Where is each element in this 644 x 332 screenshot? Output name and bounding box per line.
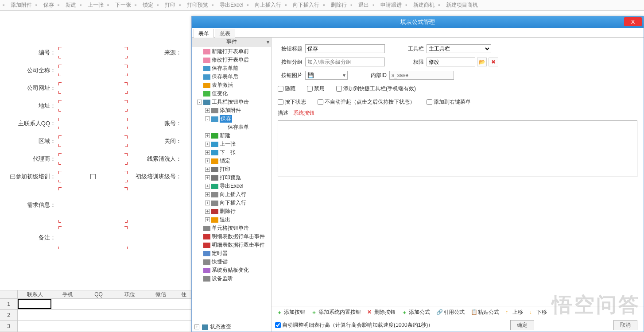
tree-node[interactable]: +新建 — [192, 131, 271, 140]
bar-引用公式[interactable]: 🔗引用公式 — [435, 307, 466, 317]
btn-group-input[interactable] — [305, 58, 385, 66]
tree-node[interactable]: +打印 — [192, 165, 271, 174]
tree-expand-icon[interactable]: - — [197, 100, 202, 104]
tree-node[interactable]: +添加附件 — [192, 106, 271, 115]
grid-header[interactable]: 手机 — [52, 290, 83, 298]
field-input[interactable] — [58, 187, 128, 223]
tree-node[interactable]: +上一张 — [192, 140, 271, 148]
chk-disable[interactable]: 禁用 — [307, 85, 325, 93]
tree-node[interactable]: +下一张 — [192, 148, 271, 157]
chk-nopopup[interactable]: 不自动弹起（点击之后保持按下状态） — [318, 98, 415, 106]
perm-open-icon[interactable]: 📂 — [477, 58, 487, 66]
bar-添加公式[interactable]: ＋添加公式 — [400, 307, 432, 317]
toolbar-上一张[interactable]: ▫上一张 — [78, 0, 105, 10]
toolbar-申请跟进[interactable]: ▫申请跟进 — [371, 0, 403, 10]
chk-pressed[interactable]: 按下状态 — [278, 98, 306, 106]
tree-expand-icon[interactable]: + — [205, 108, 210, 113]
toolbar-新建商机[interactable]: ▫新建商机 — [403, 0, 436, 10]
grid-header[interactable]: QQ — [83, 290, 114, 298]
tree-expand-icon[interactable]: + — [205, 217, 210, 222]
dialog-tab-表单[interactable]: 表单 — [194, 29, 214, 39]
event-tree[interactable]: 新建打开表单前修改打开表单后保存表单前保存表单后表单激活值变化-工具栏按钮单击+… — [192, 46, 271, 322]
chk-context[interactable]: 添加到右键菜单 — [427, 98, 471, 106]
perm-input[interactable] — [427, 58, 475, 66]
tree-node[interactable]: +导出Excel — [192, 182, 271, 190]
toolbar-select[interactable]: 主工具栏 — [427, 44, 491, 53]
tree-expand-icon[interactable]: + — [205, 184, 210, 189]
tree-expand-icon[interactable]: + — [205, 192, 210, 197]
dialog-close-button[interactable]: X — [624, 17, 642, 26]
btn-img-select[interactable]: 💾▾ — [305, 71, 348, 80]
btn-title-input[interactable] — [305, 44, 385, 53]
tree-node[interactable]: +退出 — [192, 216, 271, 224]
tree-node[interactable]: -工具栏按钮单击 — [192, 98, 271, 106]
field-input[interactable] — [58, 226, 128, 249]
row-number[interactable]: 3 — [0, 321, 18, 332]
field-input[interactable] — [58, 82, 128, 94]
tree-node[interactable]: 明细表数据行单击事件 — [192, 232, 271, 241]
tree-node[interactable]: 保存表单 — [192, 123, 271, 131]
ok-button[interactable]: 确定 — [510, 320, 534, 330]
tree-node[interactable]: 定时器 — [192, 249, 271, 258]
tree-expand-icon[interactable]: + — [205, 133, 210, 138]
tree-node[interactable]: +打印预览 — [192, 174, 271, 182]
field-input[interactable] — [58, 100, 128, 112]
field-input[interactable] — [58, 65, 128, 76]
toolbar-向下插入行[interactable]: ▫向下插入行 — [283, 0, 321, 10]
field-input[interactable] — [58, 135, 128, 147]
tree-node[interactable]: +锁定 — [192, 157, 271, 165]
tree-node[interactable]: +向下插入行 — [192, 199, 271, 207]
tree-node[interactable]: 表单激活 — [192, 81, 271, 89]
bar-删除按钮[interactable]: ✕删除按钮 — [365, 307, 397, 317]
toolbar-锁定[interactable]: ▫锁定 — [133, 0, 155, 10]
tree-node[interactable]: 修改打开表单后 — [192, 56, 271, 64]
tree-node[interactable]: 系统剪贴板变化 — [192, 266, 271, 274]
tree-node[interactable]: 值变化 — [192, 89, 271, 98]
toolbar-新建[interactable]: ▫新建 — [56, 0, 78, 10]
tree-node[interactable]: 明细表数据行双击事件 — [192, 241, 271, 249]
tree-expand-icon[interactable]: + — [205, 175, 210, 180]
footer-autorow-chk[interactable]: 自动调整明细表行高（计算行高会影响加载速度(1000条约1秒)） — [275, 321, 433, 329]
bar-添加按钮[interactable]: ＋添加按钮 — [275, 307, 307, 317]
toolbar-下一张[interactable]: ▫下一张 — [105, 0, 133, 10]
tree-node[interactable]: 快捷键 — [192, 258, 271, 266]
tree-expand-icon[interactable]: + — [205, 167, 210, 172]
tree-expand-icon[interactable]: + — [205, 201, 210, 205]
field-input[interactable] — [58, 171, 128, 182]
bar-粘贴公式[interactable]: 📋粘贴公式 — [469, 307, 501, 317]
tree-node[interactable]: +删除行 — [192, 207, 271, 216]
toolbar-向上插入行[interactable]: ▫向上插入行 — [245, 0, 283, 10]
toolbar-保存[interactable]: ▫保存 — [34, 0, 56, 10]
chk-quick[interactable]: 添加到快捷工具栏(手机端有效) — [336, 85, 416, 93]
toolbar-添加附件[interactable]: ▫添加附件 — [1, 0, 34, 10]
tree-node[interactable]: 设备监听 — [192, 274, 271, 283]
field-input[interactable] — [58, 47, 128, 58]
header-dropdown-icon[interactable]: ▾ — [267, 39, 269, 45]
tree-expand-icon[interactable]: + — [205, 209, 210, 214]
tree-expand-icon[interactable]: - — [205, 116, 210, 121]
bar-下移[interactable]: ↓下移 — [528, 307, 549, 317]
perm-clear-icon[interactable]: ✖ — [489, 58, 498, 66]
toolbar-新建项目商机[interactable]: ▫新建项目商机 — [436, 0, 480, 10]
toolbar-打印预览[interactable]: ▫打印预览 — [177, 0, 210, 10]
field-input[interactable] — [58, 118, 128, 129]
tree-expand-icon[interactable]: + — [205, 142, 210, 147]
toolbar-导出Excel[interactable]: ▫导出Excel — [210, 0, 245, 10]
tree-node[interactable]: 保存表单前 — [192, 64, 271, 73]
tree-expand-icon[interactable]: + — [205, 150, 210, 155]
tree-node[interactable]: 新建打开表单前 — [192, 47, 271, 56]
tree-node[interactable]: -保存 — [192, 115, 271, 123]
bar-上移[interactable]: ↑上移 — [504, 307, 525, 317]
chk-hidden[interactable]: 隐藏 — [278, 85, 295, 93]
cancel-button[interactable]: 取消 — [613, 320, 637, 330]
row-number[interactable]: 2 — [0, 310, 18, 320]
row-number[interactable]: 1 — [0, 299, 18, 309]
dialog-tab-总表[interactable]: 总表 — [215, 29, 235, 39]
tree-node[interactable]: +向上插入行 — [192, 190, 271, 199]
grid-header[interactable]: 微信 — [145, 290, 176, 298]
expand-icon[interactable]: + — [194, 324, 199, 329]
tree-node[interactable]: 单元格按钮单击 — [192, 224, 271, 232]
grid-header[interactable]: 职位 — [114, 290, 145, 298]
toolbar-退出[interactable]: ▫退出 — [349, 0, 371, 10]
toolbar-打印[interactable]: ▫打印 — [155, 0, 177, 10]
